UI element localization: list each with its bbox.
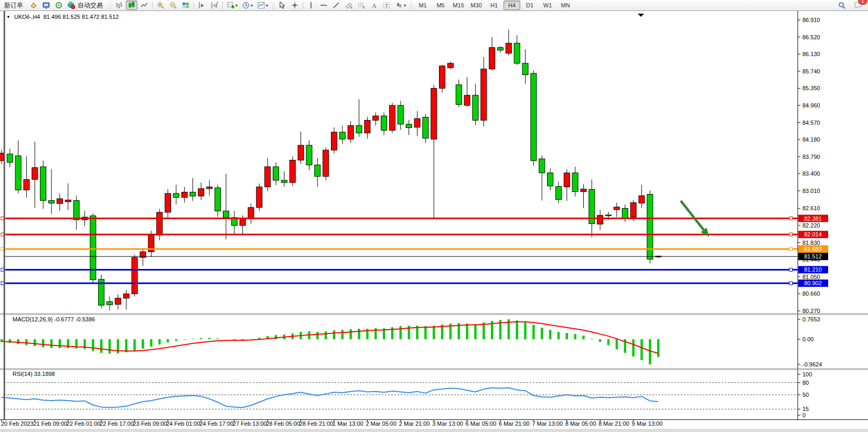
toolbar-gripper — [272, 2, 274, 9]
price-tick-label: 80.270 — [802, 308, 820, 314]
timeframe-button-h1[interactable]: H1 — [486, 1, 502, 10]
terminal-icon[interactable] — [40, 1, 52, 10]
price-tick-label: 84.180 — [802, 136, 820, 143]
price-tick-label: 80.660 — [802, 290, 820, 297]
timeframe-button-d1[interactable]: D1 — [521, 1, 538, 10]
macd-indicator-label: MACD(12,26,9) -0.6777 -0.5386 — [13, 316, 95, 322]
chevron-down-icon[interactable]: ▾ — [251, 3, 253, 8]
time-tick-label: 22 Feb 01:00 — [67, 420, 101, 427]
bar-chart-icon[interactable] — [113, 1, 125, 10]
line-chart-icon[interactable] — [138, 1, 150, 10]
time-tick-label: 8 Mar 21:00 — [598, 420, 629, 427]
svg-text:81.210: 81.210 — [804, 266, 822, 273]
time-tick-label: 3 Mar 13:00 — [432, 420, 463, 427]
toolbar-gripper — [109, 2, 111, 9]
chart-left-border — [4, 11, 5, 419]
timeframe-button-h4[interactable]: H4 — [503, 1, 520, 10]
window-bottom-strip — [0, 429, 868, 432]
new-order-label: 新订单 — [2, 1, 25, 10]
chevron-down-icon[interactable]: ▾ — [266, 3, 268, 8]
price-tick-label: 83.400 — [802, 170, 820, 177]
notification-badge: 1 — [858, 0, 867, 5]
rsi-tick-label: 50 — [802, 392, 809, 398]
time-tick-label: 2 Mar 05:00 — [366, 420, 397, 427]
fibonacci-tool-icon[interactable]: F — [356, 1, 367, 10]
timeframe-group: M1M5M15M30H1H4D1W1MN — [414, 1, 574, 10]
time-tick-label: 20 Feb 2023 — [1, 420, 34, 427]
timeframe-button-mn[interactable]: MN — [557, 1, 574, 10]
svg-text:80.902: 80.902 — [804, 280, 822, 286]
time-tick-label: 28 Feb 05:00 — [266, 420, 300, 427]
price-tick-label: 84.570 — [802, 120, 820, 126]
price-tick-label: 82.610 — [802, 205, 820, 211]
rsi-tick-label: 80 — [802, 380, 809, 386]
notifications-chat-icon[interactable]: 1 — [852, 1, 864, 10]
search-icon[interactable] — [836, 1, 848, 10]
svg-text:82.381: 82.381 — [804, 215, 822, 222]
trendline-tool-icon[interactable] — [330, 1, 342, 10]
equidistant-channel-tool-icon[interactable]: E — [343, 1, 355, 10]
time-tick-label: 7 Mar 13:00 — [532, 420, 563, 427]
macd-tick-label: 0.00 — [802, 336, 813, 342]
price-level-badge: 81.210 — [798, 266, 828, 273]
current-price-badge: 81.512 — [798, 253, 828, 260]
timeframe-button-m1[interactable]: M1 — [414, 1, 431, 10]
time-tick-label: 21 Feb 09:00 — [33, 420, 67, 427]
time-tick-label: 24 Feb 17:00 — [199, 420, 233, 427]
timeframe-button-m5[interactable]: M5 — [432, 1, 449, 10]
price-tick-label: 84.960 — [802, 102, 820, 109]
crosshair-icon[interactable] — [289, 1, 301, 10]
chevron-down-icon[interactable]: ▾ — [404, 3, 406, 8]
arrows-tool-icon[interactable]: ▾ — [393, 1, 408, 10]
toolbar-right: 1 — [835, 1, 868, 10]
cursor-icon[interactable] — [276, 1, 288, 10]
price-level-badge: 82.381 — [798, 215, 828, 222]
chevron-down-icon[interactable]: ▾ — [235, 3, 238, 8]
text-tool-icon[interactable]: A — [368, 1, 380, 10]
time-tick-label: 6 Mar 05:00 — [466, 420, 497, 427]
vertical-line-tool-icon[interactable] — [305, 1, 317, 10]
zoom-out-icon[interactable] — [167, 1, 179, 10]
one-click-trading-arrow-icon[interactable]: ▼ — [6, 15, 10, 19]
toolbar-separator — [152, 2, 153, 9]
autotrading-button[interactable]: 自动交易 — [66, 1, 106, 10]
mt4-terminal: 新订单 自动交易 — [0, 0, 868, 432]
svg-text:81.512: 81.512 — [804, 253, 822, 260]
price-tick-label: 83.010 — [802, 188, 820, 194]
time-tick-label: 2 Mar 21:00 — [399, 420, 430, 427]
rsi-indicator-label: RSI(14) 33.1898 — [13, 371, 55, 377]
time-tick-label: 6 Mar 21:00 — [499, 420, 530, 427]
market-watch-icon[interactable] — [28, 1, 39, 10]
templates-icon[interactable]: ▾ — [255, 1, 270, 10]
chart-canvas[interactable]: 86.91086.52086.13085.74085.35084.96084.5… — [0, 0, 868, 432]
svg-text:A: A — [372, 2, 377, 9]
text-label-tool-icon[interactable]: T — [381, 1, 392, 10]
price-tick-label: 81.830 — [802, 240, 820, 246]
zoom-in-icon[interactable] — [155, 1, 166, 10]
chart-shift-icon[interactable] — [209, 1, 220, 10]
chart-title[interactable]: ▼ UKOil-,H4 81.496 81.525 81.472 81.512 — [6, 14, 119, 20]
time-tick-label: 9 Mar 13:00 — [632, 420, 663, 427]
rsi-tick-label: 15 — [802, 406, 809, 412]
rsi-tick-label: 100 — [802, 371, 812, 377]
new-order-button[interactable]: 新订单 — [1, 1, 27, 10]
timeframe-button-m15[interactable]: M15 — [450, 1, 467, 10]
toolbar-gripper — [410, 2, 412, 9]
price-level-badge: 80.902 — [798, 279, 828, 287]
price-tick-label: 86.130 — [802, 51, 820, 57]
svg-text:82.014: 82.014 — [804, 231, 822, 237]
periods-clock-icon[interactable]: ▾ — [240, 1, 254, 10]
svg-text:E: E — [350, 6, 352, 9]
strategy-tester-icon[interactable] — [53, 1, 65, 10]
price-level-badge: 82.014 — [798, 231, 828, 238]
tile-windows-icon[interactable] — [180, 1, 191, 10]
chart-title-ohlc: 81.496 81.525 81.472 81.512 — [44, 14, 119, 20]
indicators-icon[interactable]: ▾ — [225, 1, 239, 10]
timeframe-button-m30[interactable]: M30 — [468, 1, 485, 10]
timeframe-button-w1[interactable]: W1 — [539, 1, 556, 10]
time-tick-label: 22 Feb 17:00 — [100, 420, 134, 427]
auto-scroll-icon[interactable] — [196, 1, 208, 10]
horizontal-line-tool-icon[interactable] — [318, 1, 329, 10]
candlestick-chart-icon[interactable] — [126, 1, 137, 10]
autotrading-label: 自动交易 — [76, 1, 105, 10]
